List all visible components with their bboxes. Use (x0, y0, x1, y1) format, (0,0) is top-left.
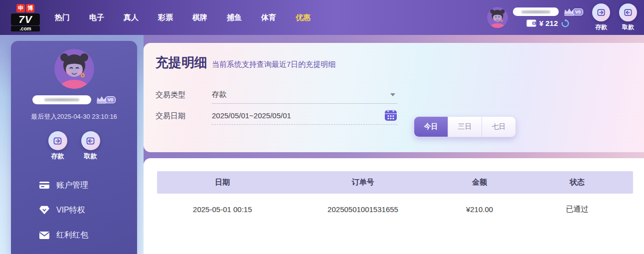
vip-gem-icon (39, 205, 50, 215)
sidebar-item-label: VIP特权 (56, 205, 85, 216)
sidebar-menu: 账户管理 VIP特权 红利红包 (11, 173, 137, 248)
deposit-icon (48, 131, 67, 150)
sidebar-item-vip[interactable]: VIP特权 (11, 198, 137, 223)
sidebar-vip-badge: V0 (105, 96, 116, 103)
site-logo[interactable]: 申 博 7V .com (11, 4, 40, 31)
navbar-user-area: V0 ¥ 212 (487, 3, 637, 31)
page-subtitle: 当前系统支持查询最近7日的充提明细 (212, 60, 335, 69)
transaction-type-select[interactable]: 存款 (212, 86, 397, 104)
sidebar-item-label: 红利红包 (56, 230, 88, 241)
chevron-down-icon (390, 93, 395, 96)
range-button-3days[interactable]: 三日 (448, 117, 482, 137)
cell-status: 已通过 (521, 205, 633, 214)
range-button-today[interactable]: 今日 (414, 117, 448, 137)
sidebar-avatar-illustration (54, 49, 94, 89)
avatar[interactable] (487, 7, 508, 28)
header-date: 日期 (157, 178, 288, 187)
sidebar-vip-level: V0 (95, 95, 116, 104)
refresh-balance-icon[interactable] (561, 19, 570, 28)
sidebar-username-pill (32, 95, 91, 104)
red-packet-icon (39, 231, 50, 240)
logo-badge-left: 申 (16, 4, 25, 12)
nav-deposit-button[interactable]: 存款 (592, 3, 610, 31)
logo-badge-right: 博 (26, 4, 34, 12)
cell-date: 2025-05-01 00:15 (157, 205, 288, 214)
main-content: 充提明细 当前系统支持查询最近7日的充提明细 交易类型 存款 交易日期 2025… (144, 35, 644, 254)
date-range-quick-buttons: 今日 三日 七日 (414, 116, 516, 137)
calendar-icon[interactable] (384, 109, 397, 121)
cell-amount: ¥210.00 (438, 205, 521, 214)
top-navbar: 申 博 7V .com 热门 电子 真人 彩票 棋牌 捕鱼 体育 优惠 (0, 0, 644, 35)
transaction-date-row: 交易日期 2025/05/01~2025/05/01 (156, 107, 644, 124)
cell-order-no: 20250501001531655 (288, 205, 438, 214)
nav-item-lottery[interactable]: 彩票 (158, 13, 173, 22)
nav-item-live[interactable]: 真人 (124, 13, 139, 22)
title-row: 充提明细 当前系统支持查询最近7日的充提明细 (144, 43, 644, 71)
withdraw-icon (619, 3, 637, 21)
transaction-type-label: 交易类型 (156, 90, 212, 100)
nav-item-promo[interactable]: 优惠 (296, 13, 311, 22)
balance-row: ¥ 212 (513, 19, 583, 28)
header-status: 状态 (521, 178, 633, 187)
nav-item-board[interactable]: 棋牌 (192, 13, 207, 22)
table-row: 2025-05-01 00:15 20250501001531655 ¥210.… (157, 194, 633, 225)
bank-card-icon (39, 181, 50, 190)
transaction-type-row: 交易类型 存款 (156, 86, 644, 103)
logo-tld: .com (11, 26, 40, 31)
nav-item-hot[interactable]: 热门 (55, 13, 70, 22)
sidebar-withdraw-button[interactable]: 取款 (81, 131, 100, 161)
deposit-icon (592, 3, 610, 21)
records-table: 日期 订单号 金额 状态 2025-05-01 00:15 2025050100… (157, 171, 633, 225)
date-range-value: 2025/05/01~2025/05/01 (212, 111, 291, 120)
deposit-label: 存款 (595, 23, 607, 31)
sidebar-username-blurred (44, 98, 80, 101)
vip-badge: V0 (573, 8, 583, 15)
nav-item-slots[interactable]: 电子 (89, 13, 104, 22)
wallet-icon (526, 19, 536, 27)
withdraw-label: 取款 (622, 23, 634, 31)
last-login-text: 最后登入2025-04-30 23:10:16 (11, 112, 137, 121)
sidebar-item-label: 账户管理 (56, 180, 88, 191)
header-order-no: 订单号 (288, 178, 438, 187)
sidebar-username-row: V0 (11, 95, 137, 104)
balance-amount: ¥ 212 (539, 19, 558, 27)
main-nav: 热门 电子 真人 彩票 棋牌 捕鱼 体育 优惠 (55, 13, 311, 22)
sidebar-quick-actions: 存款 取款 (11, 131, 137, 161)
withdraw-icon (81, 131, 100, 150)
nav-withdraw-button[interactable]: 取款 (619, 3, 637, 31)
sidebar-deposit-button[interactable]: 存款 (48, 131, 67, 161)
vip-level: V0 (563, 7, 583, 16)
username-blurred (521, 10, 550, 13)
page-title: 充提明细 (156, 54, 207, 71)
nav-item-sports[interactable]: 体育 (261, 13, 276, 22)
table-header-row: 日期 订单号 金额 状态 (157, 171, 633, 194)
username-row: V0 (513, 7, 583, 16)
transaction-date-label: 交易日期 (156, 111, 212, 121)
sidebar: V0 最后登入2025-04-30 23:10:16 存款 (11, 41, 137, 254)
username-pill[interactable] (513, 7, 559, 16)
avatar-illustration (487, 7, 508, 28)
transaction-type-value: 存款 (212, 90, 227, 99)
date-range-input[interactable]: 2025/05/01~2025/05/01 (212, 107, 397, 125)
records-panel: 日期 订单号 金额 状态 2025-05-01 00:15 2025050100… (144, 158, 644, 254)
logo-name: 7V (11, 13, 40, 25)
user-meta: V0 ¥ 212 (513, 7, 583, 28)
filter-panel: 充提明细 当前系统支持查询最近7日的充提明细 交易类型 存款 交易日期 2025… (144, 43, 644, 152)
sidebar-avatar[interactable] (54, 49, 94, 89)
range-button-7days[interactable]: 七日 (482, 117, 515, 137)
page: 申 博 7V .com 热门 电子 真人 彩票 棋牌 捕鱼 体育 优惠 (0, 0, 644, 254)
sidebar-item-account[interactable]: 账户管理 (11, 173, 137, 198)
withdraw-label: 取款 (84, 152, 97, 161)
logo-badges: 申 博 (11, 4, 40, 12)
nav-item-fishing[interactable]: 捕鱼 (227, 13, 242, 22)
deposit-label: 存款 (51, 152, 64, 161)
header-amount: 金额 (438, 178, 521, 187)
sidebar-item-bonus[interactable]: 红利红包 (11, 223, 137, 248)
